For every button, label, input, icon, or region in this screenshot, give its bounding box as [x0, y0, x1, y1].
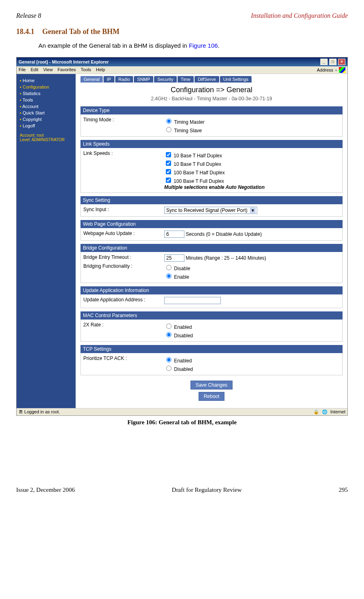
sidebar: Home Configuration Statistics Tools Acco… [17, 74, 76, 408]
body-text-2: . [218, 42, 220, 49]
bridge-timeout-label: Bridge Entry Timeout : [83, 254, 164, 262]
section-title: General Tab of the BHM [42, 28, 120, 36]
tab-bar: General IP Radio SNMP Security Time Diff… [80, 76, 343, 83]
link-speed-100full-text: 100 Base T Full Duplex [174, 178, 224, 184]
statusbar: 🖹 Logged in as root. 🔒 🌐 Internet [17, 408, 347, 415]
webpage-update-input[interactable]: 6 [164, 231, 184, 238]
bridge-disable-text: Disable [174, 266, 190, 271]
browser-window: General [root] - Microsoft Internet Expl… [16, 57, 348, 416]
link-speed-10full-checkbox[interactable] [166, 161, 171, 166]
bridge-disable-radio[interactable] [166, 265, 171, 270]
sync-input-label: Sync Input : [83, 207, 164, 214]
bridge-enable-radio[interactable] [166, 273, 171, 279]
page-footer: Issue 2, December 2006 Draft for Regulat… [16, 487, 348, 493]
timing-master-radio[interactable] [166, 119, 171, 124]
section-header-bridge: Bridge Configuration [80, 244, 343, 252]
account-info: Account: root Level: ADMINISTRATOR [20, 133, 72, 142]
tcp-ack-label: Prioritize TCP ACK : [83, 356, 164, 373]
menu-tools[interactable]: Tools [81, 67, 91, 73]
link-speed-100half-checkbox[interactable] [166, 169, 171, 174]
sidebar-item-logoff[interactable]: Logoff [20, 123, 72, 129]
section-header-update: Update Application Information [80, 286, 343, 294]
statusbar-zone: Internet [330, 409, 345, 414]
browser-menubar: File Edit View Favorites Tools Help Addr… [17, 66, 347, 74]
link-speed-10half-checkbox[interactable] [166, 152, 171, 157]
header-right: Installation and Configuration Guide [251, 12, 348, 19]
menu-help[interactable]: Help [96, 67, 105, 73]
page-title: Configuration => General [80, 86, 343, 94]
close-button[interactable]: × [338, 59, 345, 65]
sidebar-item-statistics[interactable]: Statistics [20, 90, 72, 97]
account-name: Account: root [20, 133, 72, 138]
maximize-button[interactable]: □ [329, 59, 336, 65]
timing-slave-radio[interactable] [166, 127, 171, 132]
browser-title: General [root] - Microsoft Internet Expl… [19, 59, 109, 64]
tab-time[interactable]: Time [178, 76, 194, 83]
2x-disabled-radio[interactable] [166, 332, 171, 337]
2x-rate-label: 2X Rate : [83, 322, 164, 339]
page-header: Release 8 Installation and Configuration… [16, 12, 348, 19]
sidebar-item-home[interactable]: Home [20, 77, 72, 84]
bridge-enable-text: Enable [174, 274, 189, 280]
menu-favorites[interactable]: Favorites [57, 67, 76, 73]
sidebar-item-configuration[interactable]: Configuration [20, 84, 72, 90]
link-speed-10half-text: 10 Base T Half Duplex [174, 153, 222, 159]
tcp-disabled-radio[interactable] [166, 366, 171, 371]
section-heading: 18.4.1 General Tab of the BHM [16, 28, 348, 36]
menu-edit[interactable]: Edit [31, 67, 38, 73]
section-header-webpage: Web Page Configuration [80, 220, 343, 228]
reboot-button[interactable]: Reboot [199, 392, 225, 401]
save-changes-button[interactable]: Save Changes [190, 381, 233, 389]
browser-body: Home Configuration Statistics Tools Acco… [17, 74, 347, 408]
section-header-tcp: TCP Settings [80, 345, 343, 353]
windows-flag-icon [339, 67, 345, 73]
tab-security[interactable]: Security [154, 76, 177, 83]
section-sync: Sync Setting Sync Input : Sync to Receiv… [80, 196, 343, 217]
bridge-timeout-input[interactable]: 25 [164, 254, 184, 262]
update-address-input[interactable] [164, 297, 221, 304]
section-tcp: TCP Settings Prioritize TCP ACK : Enable… [80, 345, 343, 375]
section-device-type: Device Type Timing Mode : Timing Master … [80, 106, 343, 137]
address-label: Address [317, 68, 333, 72]
2x-disabled-text: Disabled [174, 333, 193, 339]
timing-master-text: Timing Master [174, 119, 205, 125]
footer-center: Draft for Regulatory Review [172, 487, 242, 493]
window-controls: _ □ × [320, 59, 345, 65]
address-bar: Address » [317, 67, 345, 73]
section-update: Update Application Information Update Ap… [80, 286, 343, 308]
sidebar-item-account[interactable]: Account [20, 103, 72, 110]
tab-general[interactable]: General [80, 76, 103, 83]
bridge-func-label: Bridging Functionality : [83, 263, 164, 280]
link-speeds-label: Link Speeds : [83, 150, 164, 190]
tab-unitsettings[interactable]: Unit Settings [220, 76, 252, 83]
timing-slave-text: Timing Slave [174, 128, 202, 133]
tab-snmp[interactable]: SNMP [134, 76, 153, 83]
sidebar-item-quickstart[interactable]: Quick Start [20, 110, 72, 116]
timing-mode-label: Timing Mode : [83, 117, 164, 134]
section-header-device-type: Device Type [80, 106, 343, 114]
statusbar-right: 🔒 🌐 Internet [312, 409, 345, 415]
lock-icon: 🔒 [313, 409, 319, 414]
section-mac: MAC Control Parameters 2X Rate : Enabled… [80, 311, 343, 342]
2x-enabled-radio[interactable] [166, 324, 171, 329]
sidebar-item-copyright[interactable]: Copyright [20, 116, 72, 123]
header-left: Release 8 [16, 12, 41, 19]
footer-right: 295 [339, 487, 348, 493]
sidebar-item-tools[interactable]: Tools [20, 97, 72, 103]
tab-diffserve[interactable]: DiffServe [195, 76, 219, 83]
tab-ip[interactable]: IP [104, 76, 114, 83]
minimize-button[interactable]: _ [320, 59, 328, 65]
tab-radio[interactable]: Radio [115, 76, 133, 83]
2x-enabled-text: Enabled [174, 324, 192, 330]
figure-link[interactable]: Figure 106 [189, 42, 218, 49]
tcp-enabled-radio[interactable] [166, 357, 171, 362]
section-webpage: Web Page Configuration Webpage Auto Upda… [80, 220, 343, 241]
link-speed-100full-checkbox[interactable] [166, 178, 171, 183]
menu-view[interactable]: View [43, 67, 53, 73]
webpage-update-label: Webpage Auto Update : [83, 231, 164, 238]
go-icon[interactable]: » [335, 68, 337, 72]
link-speed-10full-text: 10 Base T Full Duplex [174, 161, 221, 167]
menu-file[interactable]: File [19, 67, 26, 73]
footer-left: Issue 2, December 2006 [16, 487, 75, 493]
sync-input-dropdown[interactable]: Sync to Received Signal (Power Port) [164, 207, 257, 214]
